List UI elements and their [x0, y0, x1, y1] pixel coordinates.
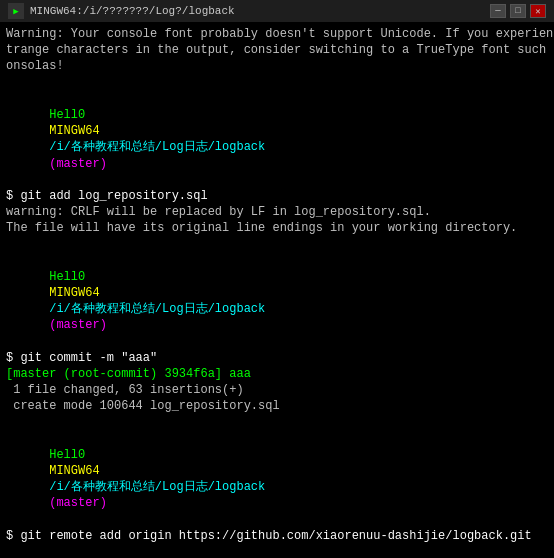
git-commit-line: [master (root-commit) 3934f6a] aaa — [6, 366, 548, 382]
title-bar-text: MINGW64:/i/???????/Log?/logback — [30, 5, 235, 17]
terminal-window: ▶ MINGW64:/i/???????/Log?/logback ─ □ ✕ … — [0, 0, 554, 558]
warn-line-1: Warning: Your console font probably does… — [6, 26, 548, 42]
warn-line-endings: The file will have its original line end… — [6, 220, 548, 236]
blank-4 — [6, 544, 548, 558]
minimize-button[interactable]: ─ — [490, 4, 506, 18]
cmd-1: $ git add log_repository.sql — [6, 188, 548, 204]
prompt-3: Hell0 MINGW64 /i/各种教程和总结/Log日志/logback (… — [6, 431, 548, 528]
title-bar: ▶ MINGW64:/i/???????/Log?/logback ─ □ ✕ — [0, 0, 554, 22]
warn-line-3: onsolas! — [6, 58, 548, 74]
title-bar-left: ▶ MINGW64:/i/???????/Log?/logback — [8, 3, 235, 19]
terminal-icon: ▶ — [8, 3, 24, 19]
warn-crlf: warning: CRLF will be replaced by LF in … — [6, 204, 548, 220]
title-bar-controls: ─ □ ✕ — [490, 4, 546, 18]
prompt-2: Hell0 MINGW64 /i/各种教程和总结/Log日志/logback (… — [6, 253, 548, 350]
close-button[interactable]: ✕ — [530, 4, 546, 18]
cmd-2: $ git commit -m "aaa" — [6, 350, 548, 366]
cmd-3: $ git remote add origin https://github.c… — [6, 528, 548, 544]
prompt-1: Hell0 MINGW64 /i/各种教程和总结/Log日志/logback (… — [6, 91, 548, 188]
blank-1 — [6, 75, 548, 91]
blank-2 — [6, 236, 548, 252]
warn-line-2: trange characters in the output, conside… — [6, 42, 548, 58]
git-stat-2: create mode 100644 log_repository.sql — [6, 398, 548, 414]
maximize-button[interactable]: □ — [510, 4, 526, 18]
terminal-body[interactable]: Warning: Your console font probably does… — [0, 22, 554, 558]
git-stat-1: 1 file changed, 63 insertions(+) — [6, 382, 548, 398]
blank-3 — [6, 415, 548, 431]
